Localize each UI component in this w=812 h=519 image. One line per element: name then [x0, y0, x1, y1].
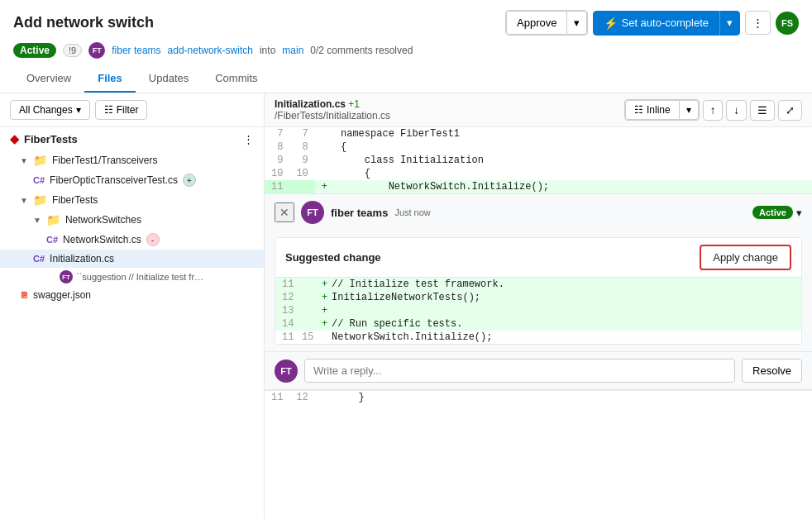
folder-icon: 📁: [33, 154, 47, 167]
line-num-left: 9: [265, 154, 289, 167]
folder-icon: 📁: [46, 213, 60, 226]
next-change-button[interactable]: ↓: [726, 100, 747, 121]
filter-button[interactable]: ☷ Filter: [95, 100, 148, 120]
commenter-avatar: FT: [301, 201, 324, 224]
sc-code: InitializeNetworkTests();: [332, 292, 480, 303]
code-line: 8 8 {: [265, 140, 812, 154]
reply-box: FT Resolve: [265, 351, 812, 389]
comment-time: Just now: [394, 207, 430, 217]
sidebar-file-initialization[interactable]: C# Initialization.cs: [0, 250, 264, 268]
folder-name: FiberTest1/Transceivers: [52, 155, 158, 166]
cs-file-icon: C#: [33, 175, 45, 185]
main-content: All Changes ▾ ☷ Filter ◆ FiberTests ⋮ ▼ …: [0, 93, 812, 519]
sc-line: 14 + // Run specific tests.: [275, 317, 801, 331]
sc-num-right: [302, 279, 322, 290]
tab-overview[interactable]: Overview: [13, 65, 84, 93]
filename-initialization: Initialization.cs: [50, 253, 114, 264]
sidebar-thread-item[interactable]: FT ``suggestion // Initialize test fram.…: [0, 268, 264, 286]
line-code: }: [328, 391, 812, 405]
full-file-path: /FiberTests/Initialization.cs: [275, 110, 390, 121]
code-line: 10 10 {: [265, 167, 812, 180]
comments-resolved: 0/2 comments resolved: [310, 45, 413, 56]
close-comment-button[interactable]: ✕: [275, 202, 294, 222]
add-badge: +: [183, 174, 196, 187]
resolve-button[interactable]: Resolve: [742, 359, 802, 383]
cs-file-icon: C#: [33, 254, 45, 264]
reply-input[interactable]: [304, 359, 735, 383]
sc-line: 13 +: [275, 304, 801, 317]
line-sign: [315, 140, 334, 154]
chevron-icon: ▼: [20, 156, 28, 165]
code-table-bottom: 11 12 }: [265, 390, 812, 404]
more-options-button[interactable]: ⋮: [745, 11, 771, 35]
page-header: Add network switch Approve ▾ ⚡ Set auto-…: [0, 0, 812, 93]
sidebar-folder-fibertests[interactable]: ▼ 📁 FiberTests: [0, 190, 264, 210]
code-line: 7 7 namespace FiberTest1: [265, 127, 812, 140]
apply-change-button[interactable]: Apply change: [700, 245, 791, 270]
sc-code: NetworkSwitch.Initialize();: [332, 331, 492, 343]
sidebar-root: ◆ FiberTests ⋮: [0, 127, 264, 150]
settings-button[interactable]: ☰: [750, 100, 775, 121]
sc-num-right: [302, 318, 322, 330]
diamond-icon: ◆: [10, 132, 19, 145]
tab-files[interactable]: Files: [84, 65, 136, 93]
sc-num: 12: [282, 292, 302, 303]
sidebar: All Changes ▾ ☷ Filter ◆ FiberTests ⋮ ▼ …: [0, 93, 265, 519]
thread-avatar: FT: [60, 270, 73, 283]
view-dropdown-button[interactable]: ▾: [680, 100, 699, 120]
expand-button[interactable]: ⤢: [778, 100, 802, 121]
sc-code: // Run specific tests.: [332, 318, 462, 330]
suggested-change-title: Suggested change: [285, 251, 381, 264]
folder-name: NetworkSwitches: [65, 214, 141, 226]
tab-commits[interactable]: Commits: [202, 65, 270, 93]
sc-line: 11 + // Initialize test framework.: [275, 278, 801, 291]
sidebar-root-label: FiberTests: [24, 133, 78, 145]
line-sign: [315, 154, 334, 167]
sidebar-file-networkswitch[interactable]: C# NetworkSwitch.cs -: [0, 230, 264, 250]
line-code: {: [334, 167, 812, 180]
approve-dropdown-button[interactable]: ▾: [567, 11, 587, 35]
line-num-left: 7: [265, 127, 289, 140]
page-title: Add network switch: [13, 14, 154, 31]
autocomplete-icon: ⚡: [604, 17, 618, 30]
line-sign: [315, 127, 334, 140]
sidebar-folder-networkswitches[interactable]: ▼ 📁 NetworkSwitches: [0, 210, 264, 230]
line-num-left: 11: [265, 391, 289, 405]
sidebar-more-icon[interactable]: ⋮: [243, 133, 254, 145]
tab-updates[interactable]: Updates: [136, 65, 202, 93]
all-changes-button[interactable]: All Changes ▾: [10, 100, 90, 120]
code-line: 11 12 }: [265, 391, 812, 405]
sc-num: 14: [282, 318, 302, 330]
pr-number: !9: [63, 44, 82, 57]
autocomplete-button[interactable]: ⚡ Set auto-complete: [593, 11, 719, 36]
sidebar-file-fiberoptic[interactable]: C# FiberOpticTransceiverTest.cs +: [0, 170, 264, 190]
line-num-right: 9: [289, 154, 314, 167]
line-code: {: [334, 140, 812, 154]
sc-num-right: [302, 305, 322, 317]
autocomplete-dropdown-button[interactable]: ▾: [719, 11, 740, 36]
sc-num-right: [302, 292, 322, 303]
prev-change-button[interactable]: ↑: [703, 100, 724, 121]
json-file-icon: 🖹: [20, 291, 28, 300]
file-path: Initialization.cs +1 /FiberTests/Initial…: [275, 98, 390, 121]
pr-meta: Active !9 FT fiber teams add-network-swi…: [13, 42, 799, 65]
chevron-down-icon: ▾: [76, 104, 81, 116]
status-badge: Active: [13, 43, 56, 58]
approve-button[interactable]: Approve: [506, 11, 567, 35]
inline-view-button[interactable]: ☷ Inline: [625, 100, 680, 120]
status-chevron-icon[interactable]: ▾: [796, 207, 802, 219]
line-code: NetworkSwitch.Initialize();: [334, 180, 812, 193]
line-num-left: 8: [265, 140, 289, 154]
sidebar-file-swagger[interactable]: 🖹 swagger.json: [0, 286, 264, 304]
chevron-icon: ▼: [33, 216, 41, 225]
sc-line: 11 15 NetworkSwitch.Initialize();: [275, 331, 801, 344]
line-num-right: 8: [289, 140, 314, 154]
author-avatar: FT: [88, 42, 105, 59]
sc-line: 12 + InitializeNetworkTests();: [275, 291, 801, 304]
comment-header: ✕ FT fiber teams Just now Active ▾: [265, 194, 812, 231]
author-link[interactable]: fiber teams: [112, 45, 160, 56]
remove-badge: -: [146, 233, 160, 246]
thread-text: ``suggestion // Initialize test fram...: [76, 272, 208, 282]
line-sign: [315, 391, 328, 405]
sidebar-folder-transceivers[interactable]: ▼ 📁 FiberTest1/Transceivers: [0, 150, 264, 170]
